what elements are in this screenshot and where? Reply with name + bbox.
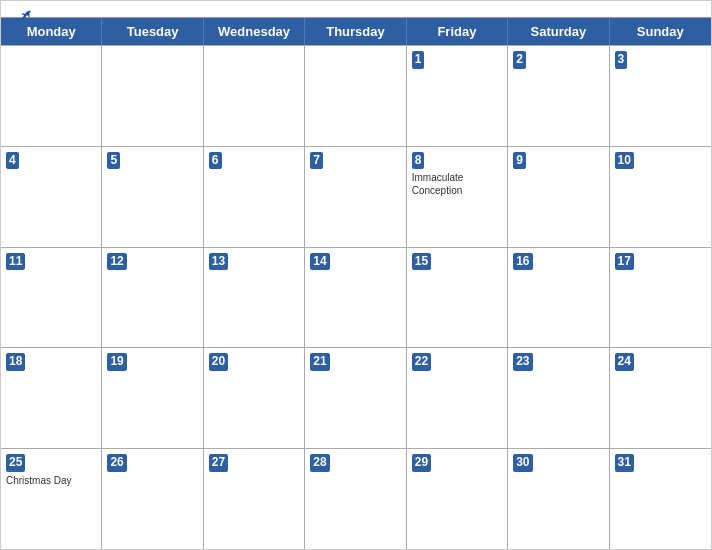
day-headers-row: MondayTuesdayWednesdayThursdayFridaySatu…: [1, 18, 711, 45]
day-number: 28: [310, 454, 329, 472]
day-number: 4: [6, 152, 19, 170]
day-number: 16: [513, 253, 532, 271]
day-number: 31: [615, 454, 634, 472]
calendar: MondayTuesdayWednesdayThursdayFridaySatu…: [0, 0, 712, 550]
day-cell: 16: [508, 248, 609, 348]
day-number: 22: [412, 353, 431, 371]
day-header-sunday: Sunday: [610, 18, 711, 45]
day-cell: 10: [610, 147, 711, 247]
day-cell: 11: [1, 248, 102, 348]
weeks-container: 12345678Immaculate Conception91011121314…: [1, 45, 711, 549]
day-cell: 23: [508, 348, 609, 448]
day-number: 10: [615, 152, 634, 170]
week-row-2: 45678Immaculate Conception910: [1, 146, 711, 247]
day-number: 13: [209, 253, 228, 271]
day-number: 7: [310, 152, 323, 170]
day-cell: 17: [610, 248, 711, 348]
day-number: 6: [209, 152, 222, 170]
logo: [17, 11, 35, 25]
day-cell: 18: [1, 348, 102, 448]
week-row-3: 11121314151617: [1, 247, 711, 348]
day-cell: 21: [305, 348, 406, 448]
day-cell: 20: [204, 348, 305, 448]
day-cell: 5: [102, 147, 203, 247]
week-row-1: 123: [1, 45, 711, 146]
day-cell: 15: [407, 248, 508, 348]
day-cell: 27: [204, 449, 305, 549]
day-number: 18: [6, 353, 25, 371]
day-cell: 9: [508, 147, 609, 247]
day-number: 5: [107, 152, 120, 170]
day-header-thursday: Thursday: [305, 18, 406, 45]
day-cell: 22: [407, 348, 508, 448]
day-cell: [1, 46, 102, 146]
day-cell: 24: [610, 348, 711, 448]
day-number: 17: [615, 253, 634, 271]
day-cell: 31: [610, 449, 711, 549]
day-cell: 8Immaculate Conception: [407, 147, 508, 247]
day-number: 29: [412, 454, 431, 472]
day-number: 24: [615, 353, 634, 371]
day-cell: 4: [1, 147, 102, 247]
week-row-4: 18192021222324: [1, 347, 711, 448]
day-cell: 30: [508, 449, 609, 549]
logo-bird-icon: [19, 9, 35, 25]
day-cell: 28: [305, 449, 406, 549]
day-cell: [305, 46, 406, 146]
day-number: 23: [513, 353, 532, 371]
day-header-wednesday: Wednesday: [204, 18, 305, 45]
day-cell: 12: [102, 248, 203, 348]
day-number: 14: [310, 253, 329, 271]
week-row-5: 25Christmas Day262728293031: [1, 448, 711, 549]
day-header-saturday: Saturday: [508, 18, 609, 45]
day-number: 12: [107, 253, 126, 271]
day-number: 8: [412, 152, 425, 170]
day-cell: 1: [407, 46, 508, 146]
day-header-tuesday: Tuesday: [102, 18, 203, 45]
day-number: 20: [209, 353, 228, 371]
day-number: 15: [412, 253, 431, 271]
holiday-text: Immaculate Conception: [412, 171, 502, 197]
calendar-grid: MondayTuesdayWednesdayThursdayFridaySatu…: [1, 17, 711, 549]
day-cell: 3: [610, 46, 711, 146]
day-number: 11: [6, 253, 25, 271]
day-cell: 19: [102, 348, 203, 448]
day-number: 30: [513, 454, 532, 472]
day-header-friday: Friday: [407, 18, 508, 45]
day-cell: 6: [204, 147, 305, 247]
day-number: 26: [107, 454, 126, 472]
day-number: 25: [6, 454, 25, 472]
holiday-text: Christmas Day: [6, 474, 96, 487]
day-number: 19: [107, 353, 126, 371]
day-number: 3: [615, 51, 628, 69]
day-cell: 25Christmas Day: [1, 449, 102, 549]
calendar-header: [1, 1, 711, 17]
day-cell: [204, 46, 305, 146]
day-cell: 29: [407, 449, 508, 549]
day-cell: 26: [102, 449, 203, 549]
day-cell: [102, 46, 203, 146]
day-cell: 14: [305, 248, 406, 348]
day-cell: 7: [305, 147, 406, 247]
day-number: 2: [513, 51, 526, 69]
day-number: 1: [412, 51, 425, 69]
day-cell: 2: [508, 46, 609, 146]
day-cell: 13: [204, 248, 305, 348]
day-number: 9: [513, 152, 526, 170]
day-number: 21: [310, 353, 329, 371]
day-number: 27: [209, 454, 228, 472]
